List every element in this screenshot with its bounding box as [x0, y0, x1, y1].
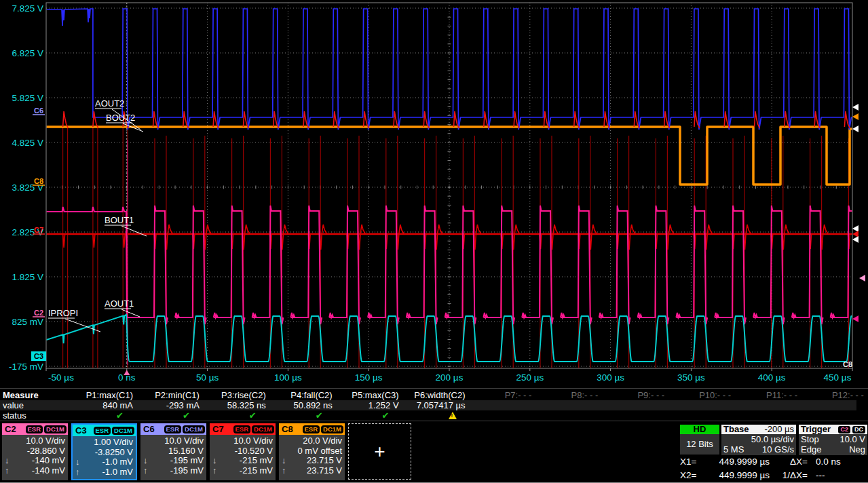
trace-label-text: BOUT1 — [105, 215, 134, 225]
channel-scale: 10.0 V/div — [143, 436, 204, 446]
channel-box-header[interactable]: C3ESRDC1M — [73, 425, 136, 436]
channel-offset: -10.520 V — [212, 446, 273, 457]
down-arrow-icon: ↓ — [75, 457, 80, 467]
channel-box-header[interactable]: C7ESRDC1M — [210, 423, 276, 435]
y-tick-label: -175 mV — [9, 362, 43, 372]
measure-title: Measure — [3, 390, 39, 400]
invdx-label: 1/ΔX= — [772, 470, 808, 483]
trigger-title: Trigger — [801, 425, 831, 434]
trigger-descriptor-box[interactable]: Trigger C2 DC Stop 10.0 V Edge Neg — [799, 425, 867, 455]
x2-value: 449.9999 µs — [706, 470, 770, 483]
down-arrow-icon: ↓ — [282, 456, 286, 466]
tbase-samples: 5 MS — [723, 444, 744, 455]
channel-box-body: 10.0 V/div15.160 V↓-195 mV↑-195 mV — [140, 435, 206, 476]
channel-badge: DC1M — [183, 425, 205, 433]
channel-offset: 0 mV offset — [282, 446, 342, 457]
cursor-readout: X1= 449.9999 µs ΔX= 0.0 ns X2= 449.9999 … — [680, 457, 862, 483]
measure-status-row: status ✔✔✔✔✔! — [0, 410, 868, 421]
channel-badge: ESR — [303, 425, 320, 433]
hd-title: HD — [694, 425, 706, 434]
channel-marker-c2[interactable]: C2 — [33, 309, 45, 317]
y-tick-label: 4.825 V — [12, 138, 43, 148]
channel-fall-level: -195 mV — [170, 456, 204, 466]
channel-box-body: 20.0 V/div0 mV offset↓23.715 V↑23.715 V — [279, 435, 345, 476]
channel-box-header[interactable]: C2ESRDC1M — [2, 423, 68, 435]
trigger-slope: Neg — [849, 444, 865, 455]
waveform-display[interactable]: 7.825 V6.825 V5.825 V4.825 V3.825 V2.825… — [0, 0, 868, 387]
trace-label-text: AOUT1 — [105, 298, 134, 309]
channel-offset: -3.8250 V — [75, 448, 133, 458]
channel-badge: ESR — [164, 425, 182, 433]
measure-value-label: value — [3, 400, 24, 410]
channel-fall-level: -1.0 mV — [102, 457, 133, 467]
channel-offset: 15.160 V — [143, 446, 204, 457]
channel-marker-c3[interactable]: C3 — [31, 351, 46, 361]
tbase-rate: 10 GS/s — [762, 444, 794, 455]
trigger-mode: Stop — [801, 434, 819, 444]
trigger-level: 10.0 V — [839, 434, 865, 444]
channel-box-c8[interactable]: C8ESRDC1M20.0 V/div0 mV offset↓23.715 V↑… — [279, 423, 345, 480]
channel-id: C6 — [143, 424, 155, 434]
add-channel-box[interactable]: + — [348, 423, 411, 480]
channel-box-header[interactable]: C8ESRDC1M — [279, 423, 345, 435]
status-ok-icon: ✔ — [382, 410, 390, 421]
x-tick-label: 100 µs — [274, 372, 302, 383]
status-ok-icon: ✔ — [316, 410, 323, 421]
tbase-delay: -200 µs — [764, 425, 794, 434]
plus-icon: + — [374, 441, 385, 463]
x-tick-label: 50 µs — [196, 372, 219, 383]
x-tick-label: 300 µs — [597, 372, 624, 383]
channel-box-c3[interactable]: C3ESRDC1M1.00 V/div-3.8250 V↓-1.0 mV↑-1.… — [71, 423, 137, 480]
svg-text:C2: C2 — [34, 309, 43, 317]
down-arrow-icon: ↓ — [212, 456, 217, 466]
svg-text:C6: C6 — [34, 107, 43, 115]
corner-channel-label: C8 — [843, 360, 852, 368]
x-tick-label: 350 µs — [677, 372, 705, 383]
down-arrow-icon: ↓ — [143, 456, 148, 466]
channel-box-c7[interactable]: C7ESRDC1M10.0 V/div-10.520 V↓-215 mV↑-21… — [210, 423, 276, 480]
channel-box-c2[interactable]: C2ESRDC1M10.0 V/div-28.860 V↓-140 mV↑-14… — [2, 423, 68, 480]
channel-fall-level: -140 mV — [32, 456, 65, 466]
up-arrow-icon: ↑ — [212, 466, 217, 476]
trace-label-text: BOUT2 — [106, 113, 135, 123]
channel-badge: DC1M — [112, 427, 134, 435]
descriptor-bar: C2ESRDC1M10.0 V/div-28.860 V↓-140 mV↑-14… — [0, 421, 868, 483]
channel-box-c6[interactable]: C6ESRDC1M10.0 V/div15.160 V↓-195 mV↑-195… — [140, 423, 206, 480]
channel-box-body: 10.0 V/div-10.520 V↓-215 mV↑-215 mV — [210, 435, 276, 476]
dx-value: 0.0 ns — [810, 457, 856, 470]
channel-marker-c7[interactable]: C7 — [33, 226, 45, 234]
y-tick-label: 6.825 V — [12, 48, 43, 58]
y-tick-label: 5.825 V — [12, 93, 43, 103]
x-tick-label: 400 µs — [758, 372, 786, 383]
measure-param-value: 7.057417 µs — [384, 400, 466, 410]
x-tick-label: 250 µs — [516, 372, 544, 383]
hd-descriptor-box[interactable]: HD 12 Bits — [680, 425, 719, 455]
channel-box-header[interactable]: C6ESRDC1M — [140, 423, 206, 435]
y-tick-label: 1.825 V — [12, 272, 43, 282]
channel-id: C2 — [5, 424, 16, 434]
channel-scale: 20.0 V/div — [282, 436, 342, 446]
oscilloscope-screen: 7.825 V6.825 V5.825 V4.825 V3.825 V2.825… — [0, 0, 868, 483]
x-tick-label: 200 µs — [436, 372, 464, 383]
channel-rise-level: -1.0 mV — [102, 467, 133, 478]
timebase-descriptor-box[interactable]: Tbase -200 µs 50.0 µs/div 5 MS 10 GS/s — [721, 425, 796, 455]
channel-rise-level: -215 mV — [240, 466, 273, 476]
up-arrow-icon: ↑ — [143, 466, 148, 476]
channel-marker-c6[interactable]: C6 — [33, 107, 45, 115]
channel-fall-level: -215 mV — [240, 456, 273, 466]
channel-badge: DC1M — [44, 425, 67, 433]
trace-label-text: IPROPI — [48, 308, 78, 318]
channel-marker-c8[interactable]: C8 — [33, 177, 45, 185]
up-arrow-icon: ↑ — [75, 467, 80, 478]
svg-text:C3: C3 — [34, 352, 43, 360]
invdx-value: --- — [810, 470, 856, 483]
measure-value-row: value 840 mA-293 mA58.325 ns50.892 ns1.2… — [0, 400, 868, 410]
channel-badge: ESR — [94, 427, 111, 435]
channel-box-body: 1.00 V/div-3.8250 V↓-1.0 mV↑-1.0 mV — [73, 436, 136, 477]
channel-badge: DC1M — [252, 425, 274, 433]
measure-status-label: status — [3, 410, 26, 421]
status-warning-icon: ! — [449, 412, 457, 419]
measure-param-label[interactable]: P12:- - - — [786, 390, 864, 400]
tbase-per-div: 50.0 µs/div — [751, 434, 794, 444]
svg-text:C7: C7 — [34, 226, 43, 234]
